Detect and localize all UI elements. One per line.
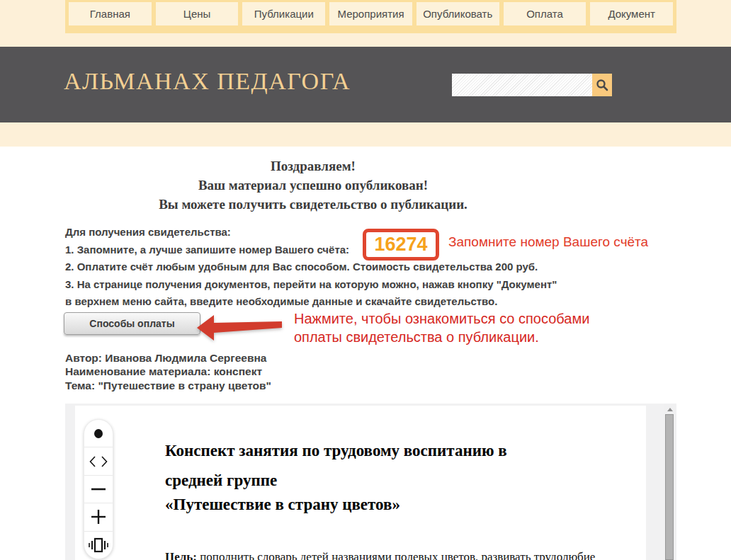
document-body-content: пополнить словарь детей названиями полев… [197, 550, 595, 560]
document-title-line-2: средней группе [165, 466, 507, 496]
instructions-step3-cont: в верхнем меню сайта, введите необходимы… [65, 293, 557, 311]
search-button[interactable] [592, 74, 612, 96]
nav-tab-prices[interactable]: Цены [156, 2, 239, 25]
document-body-text: Цель: пополнить словарь детей названиями… [165, 550, 595, 560]
search-icon [596, 79, 608, 91]
congrats-line-2: Ваш материал успешно опубликован! [65, 176, 561, 195]
account-number: 16274 [374, 234, 427, 256]
site-title: АЛЬМАНАХ ПЕДАГОГА [64, 68, 351, 95]
payment-methods-button[interactable]: Способы оплаты [64, 312, 200, 335]
zoom-in-icon[interactable] [84, 503, 113, 530]
nav-tab-main[interactable]: Главная [69, 2, 152, 25]
payment-note-line-2: оплаты свидетельства о публикации. [294, 328, 589, 346]
payment-note: Нажмите, чтобы ознакомиться со способами… [294, 309, 589, 346]
page: Главная Цены Публикации Мероприятия Опуб… [0, 0, 731, 560]
material-theme: Тема: "Путешествие в страну цветов" [65, 379, 271, 392]
search-input[interactable] [452, 74, 592, 96]
congrats-message: Поздравляем! Ваш материал успешно опубли… [65, 156, 561, 214]
dot-icon[interactable] [84, 420, 113, 447]
nav-tab-publications[interactable]: Публикации [242, 2, 325, 25]
congrats-line-3: Вы можете получить свидетельство о публи… [65, 195, 561, 214]
material-author: Автор: Иванова Людмила Сергеевна [65, 351, 271, 365]
material-name: Наименование материала: конспект [65, 365, 271, 378]
header-bottom-band [0, 122, 731, 147]
site-header: АЛЬМАНАХ ПЕДАГОГА [0, 47, 731, 122]
search-bar [452, 74, 612, 96]
main-nav: Главная Цены Публикации Мероприятия Опуб… [65, 0, 676, 33]
scrollbar-up-arrow-icon[interactable] [667, 408, 673, 411]
scrollbar-thumb[interactable] [665, 414, 674, 560]
congrats-line-1: Поздравляем! [65, 156, 561, 176]
nav-tab-payment[interactable]: Оплата [504, 2, 586, 25]
prev-next-icon[interactable] [84, 447, 113, 474]
material-info: Автор: Иванова Людмила Сергеевна Наимено… [65, 351, 271, 392]
nav-tab-document[interactable]: Документ [590, 2, 673, 25]
viewer-toolbar [84, 419, 113, 559]
document-body-label: Цель: [165, 550, 197, 560]
scrollbar-track[interactable] [664, 404, 676, 560]
document-title: Конспект занятия по трудовому воспитанию… [165, 436, 507, 496]
payment-note-line-1: Нажмите, чтобы ознакомиться со способами [294, 309, 589, 328]
arrow-left-icon [196, 314, 283, 341]
account-number-note: Запомните номер Вашего счёта [448, 234, 648, 250]
document-subtitle: «Путешествие в страну цветов» [165, 496, 400, 514]
nav-tab-events[interactable]: Мероприятия [329, 2, 412, 25]
nav-tab-publish[interactable]: Опубликовать [416, 2, 499, 25]
document-title-line-1: Конспект занятия по трудовому воспитанию… [165, 436, 507, 466]
account-number-box: 16274 [363, 229, 439, 261]
pages-icon[interactable] [84, 531, 113, 559]
document-viewer: Конспект занятия по трудовому воспитанию… [65, 404, 676, 560]
instructions-step3: 3. На странице получения документов, пер… [65, 276, 557, 294]
zoom-out-icon[interactable] [84, 475, 113, 503]
instructions-step2: 2. Оплатите счёт любым удобным для Вас с… [65, 258, 557, 276]
